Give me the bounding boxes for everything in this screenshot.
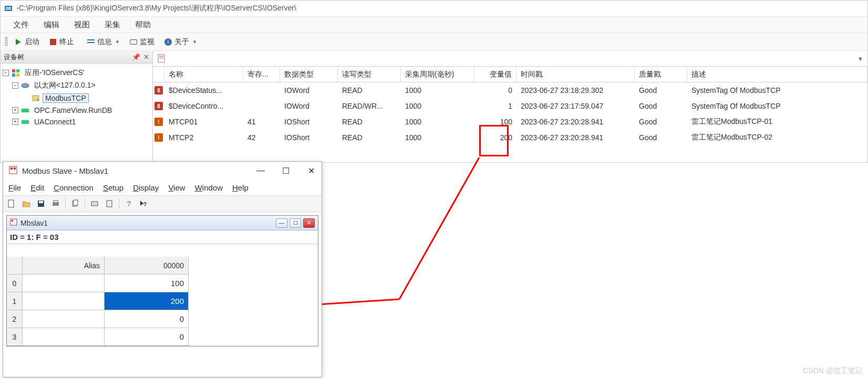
col-alias[interactable]: Alias xyxy=(23,257,105,275)
open-icon[interactable] xyxy=(21,198,32,209)
menu-file[interactable]: File xyxy=(8,183,21,192)
cell-timestamp: 2023-06-27 23:20:28.941 xyxy=(516,114,635,130)
row-status-icon: 8 xyxy=(154,86,163,94)
col-register[interactable]: 寄存... xyxy=(243,67,280,82)
menu-edit[interactable]: 编辑 xyxy=(37,18,66,32)
col-datatype[interactable]: 数据类型 xyxy=(280,67,338,82)
svg-point-6 xyxy=(22,83,29,88)
inner-doc-icon xyxy=(10,218,17,227)
tree-modbus[interactable]: ModbusTCP xyxy=(3,92,150,104)
tree-ethernet-label: 以太网<127.0.0.1> xyxy=(32,81,98,90)
menu-collect[interactable]: 采集 xyxy=(98,18,127,32)
tree-opc[interactable]: + OPC.FameView.RunDB xyxy=(3,104,150,116)
cell-timestamp: 2023-06-27 23:20:28.941 xyxy=(516,130,635,145)
tree-ethernet[interactable]: − 以太网<127.0.0.1> xyxy=(3,79,150,92)
cell-alias[interactable] xyxy=(23,310,105,328)
svg-rect-12 xyxy=(159,56,163,57)
col-cycle[interactable]: 采集周期(毫秒) xyxy=(401,67,474,82)
table-row[interactable]: 8$DeviceContro...IOWordREAD/WR...1000120… xyxy=(153,98,867,114)
col-description[interactable]: 描述 xyxy=(687,67,867,82)
document-icon[interactable] xyxy=(157,54,167,64)
expander-icon[interactable]: − xyxy=(3,70,9,76)
opc-icon xyxy=(20,106,30,114)
menu-help[interactable]: 帮助 xyxy=(129,18,157,32)
cell-value[interactable]: 100 xyxy=(105,275,189,292)
tabbar: ▼ xyxy=(153,51,867,67)
table-row[interactable]: 8$DeviceStatus...IOWordREAD100002023-06-… xyxy=(153,82,867,98)
cell-alias[interactable] xyxy=(23,328,105,346)
close-button[interactable]: ✕ xyxy=(306,166,316,176)
svg-rect-26 xyxy=(74,200,78,205)
tree-ua[interactable]: + UAConnect1 xyxy=(3,116,150,128)
window-title: -C:\Program Files (x86)\KingIOServer3.8\… xyxy=(16,4,296,13)
monitor-button[interactable]: 监视 xyxy=(126,36,158,48)
device-tree: − 应用-'IOServerCS' − 以太网<127.0.0.1> Modbu… xyxy=(1,64,152,131)
cell-value[interactable]: 0 xyxy=(105,328,189,346)
menu-connection[interactable]: Connection xyxy=(54,183,94,192)
register-row[interactable]: 30 xyxy=(7,328,318,346)
row-status-icon: ! xyxy=(154,118,163,126)
menu-view[interactable]: 视图 xyxy=(68,18,96,32)
close-panel-icon[interactable]: ✕ xyxy=(143,53,149,61)
start-button[interactable]: 启动 xyxy=(11,36,43,48)
whatsthis-icon[interactable]: ? xyxy=(138,198,149,209)
stop-button[interactable]: 终止 xyxy=(46,36,77,48)
tree-root-label: 应用-'IOServerCS' xyxy=(23,68,86,78)
tool-icon[interactable] xyxy=(89,198,100,209)
info-button[interactable]: 信息▼ xyxy=(84,36,123,48)
cell-alias[interactable] xyxy=(23,292,105,310)
inner-maximize-button[interactable]: ☐ xyxy=(290,218,301,228)
menubar: 文件 编辑 视图 采集 帮助 xyxy=(1,16,867,33)
toolbar-grip xyxy=(5,37,8,47)
tree-root[interactable]: − 应用-'IOServerCS' xyxy=(3,67,150,79)
cell-index: 2 xyxy=(7,310,23,328)
ioserver-window: -C:\Program Files (x86)\KingIOServer3.8\… xyxy=(0,0,868,163)
menu-setup[interactable]: Setup xyxy=(103,183,123,192)
menu-view[interactable]: View xyxy=(168,183,185,192)
menu-display[interactable]: Display xyxy=(133,183,159,192)
maximize-button[interactable]: ☐ xyxy=(281,166,291,176)
copy-icon[interactable] xyxy=(70,198,80,209)
print-icon[interactable] xyxy=(50,198,61,209)
col-readwrite[interactable]: 读写类型 xyxy=(338,67,401,82)
titlebar: -C:\Program Files (x86)\KingIOServer3.8\… xyxy=(1,1,867,16)
cell-register: 41 xyxy=(243,114,280,130)
table-row[interactable]: !MTCP0141IOShortREAD10001002023-06-27 23… xyxy=(153,114,867,130)
col-address[interactable]: 00000 xyxy=(105,257,189,275)
svg-rect-11 xyxy=(158,55,164,62)
table-row[interactable]: !MTCP242IOShortREAD10002002023-06-27 23:… xyxy=(153,130,867,145)
col-timestamp[interactable]: 时间戳 xyxy=(516,67,635,82)
expander-icon[interactable]: + xyxy=(12,107,18,113)
expander-icon[interactable]: + xyxy=(12,119,18,125)
menu-file[interactable]: 文件 xyxy=(7,18,35,32)
ua-icon xyxy=(20,118,30,126)
about-button[interactable]: i关于▼ xyxy=(161,36,200,48)
inner-minimize-button[interactable]: — xyxy=(276,218,287,228)
menu-edit[interactable]: Edit xyxy=(30,183,44,192)
main-area: ▼ 名称 寄存... 数据类型 读写类型 采集周期(毫秒) 变量值 时间戳 质量… xyxy=(153,51,867,162)
pin-icon[interactable]: 📌 xyxy=(132,53,140,61)
minimize-button[interactable]: — xyxy=(255,166,266,176)
cell-index: 3 xyxy=(7,328,23,346)
tool-icon[interactable] xyxy=(104,198,115,209)
cell-value[interactable]: 200 xyxy=(105,292,189,310)
inner-close-button[interactable]: ✕ xyxy=(303,218,315,228)
cell-value[interactable]: 0 xyxy=(105,310,189,328)
register-row[interactable]: 1200 xyxy=(7,292,318,310)
cell-datatype: IOWord xyxy=(280,98,338,114)
register-row[interactable]: 20 xyxy=(7,310,318,328)
menu-help[interactable]: Help xyxy=(232,183,249,192)
cell-alias[interactable] xyxy=(23,275,105,292)
menu-window[interactable]: Window xyxy=(195,183,223,192)
dropdown-icon[interactable]: ▼ xyxy=(857,56,863,62)
col-name[interactable]: 名称 xyxy=(164,67,243,82)
save-icon[interactable] xyxy=(36,198,46,209)
help-icon[interactable]: ? xyxy=(123,198,134,209)
new-icon[interactable] xyxy=(6,198,17,209)
expander-icon[interactable]: − xyxy=(12,82,18,89)
col-quality[interactable]: 质量戳 xyxy=(635,67,687,82)
col-value[interactable]: 变量值 xyxy=(474,67,516,82)
register-row[interactable]: 0100 xyxy=(7,275,318,292)
svg-rect-13 xyxy=(159,58,163,58)
cell-cycle: 1000 xyxy=(401,82,474,98)
